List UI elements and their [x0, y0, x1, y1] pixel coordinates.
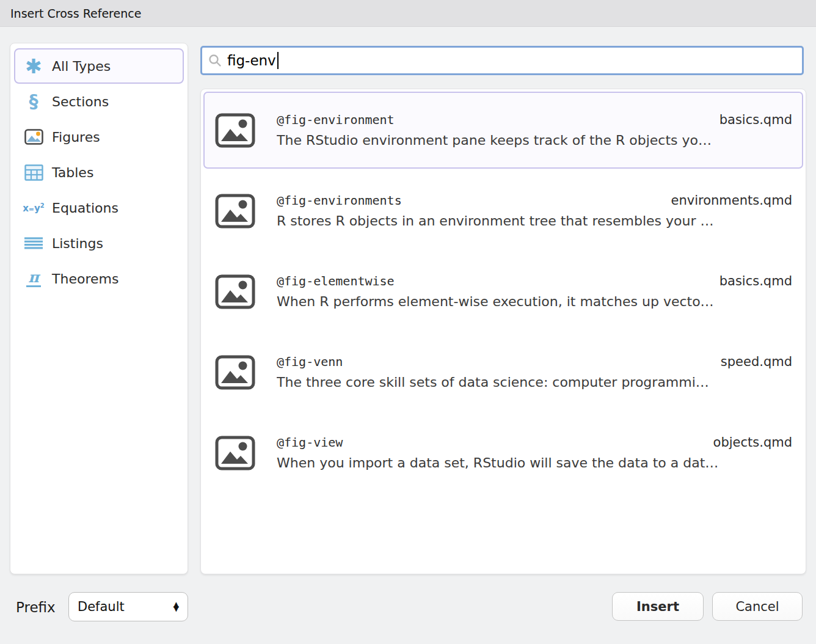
- prefix-dropdown-value: Default: [78, 599, 125, 614]
- image-icon: [214, 355, 256, 390]
- search-input[interactable]: fig-env: [200, 46, 804, 75]
- result-id: @fig-view: [277, 435, 343, 450]
- sidebar-item-label: Listings: [52, 236, 103, 251]
- sidebar-item-label: Tables: [52, 165, 93, 180]
- sidebar-item-0[interactable]: ✱ All Types: [14, 48, 184, 84]
- equation-icon: x=y2: [20, 203, 47, 213]
- type-filter-sidebar: ✱ All Types § Sections Figures Tables x=…: [10, 43, 188, 574]
- result-row-4[interactable]: @fig-view objects.qmd When you import a …: [203, 414, 803, 491]
- cross-reference-results-list: @fig-environment basics.qmd The RStudio …: [200, 89, 806, 574]
- result-id: @fig-venn: [277, 354, 343, 369]
- cancel-button[interactable]: Cancel: [712, 592, 803, 621]
- prefix-label: Prefix: [16, 599, 56, 615]
- image-icon: [214, 113, 256, 148]
- result-file: basics.qmd: [719, 112, 792, 127]
- result-id: @fig-elementwise: [277, 274, 395, 288]
- image-icon: [214, 436, 256, 470]
- sidebar-item-2[interactable]: Figures: [14, 119, 184, 155]
- figure-icon: [20, 129, 47, 145]
- result-row-0[interactable]: @fig-environment basics.qmd The RStudio …: [203, 92, 803, 169]
- text-caret: [277, 52, 279, 69]
- sidebar-item-5[interactable]: Listings: [14, 225, 184, 261]
- asterisk-icon: ✱: [20, 56, 47, 76]
- result-description: When you import a data set, RStudio will…: [277, 455, 792, 470]
- result-id: @fig-environments: [277, 193, 402, 208]
- result-file: speed.qmd: [721, 354, 792, 369]
- sidebar-item-label: Equations: [52, 200, 118, 216]
- result-description: When R performs element-wise execution, …: [277, 294, 792, 309]
- sidebar-item-6[interactable]: π Theorems: [14, 261, 184, 296]
- result-file: objects.qmd: [713, 435, 792, 450]
- image-icon: [214, 274, 256, 309]
- magnifier-icon: [208, 54, 222, 67]
- insert-button[interactable]: Insert: [612, 592, 704, 621]
- result-file: environments.qmd: [671, 193, 792, 208]
- dropdown-spinner-icon: ▲▼: [173, 602, 179, 612]
- sidebar-item-label: Sections: [52, 94, 109, 109]
- sidebar-item-label: Figures: [52, 130, 100, 145]
- theorem-icon: π: [20, 270, 47, 287]
- result-row-2[interactable]: @fig-elementwise basics.qmd When R perfo…: [203, 253, 803, 330]
- table-icon: [20, 164, 47, 181]
- sidebar-item-label: All Types: [52, 59, 111, 74]
- result-row-1[interactable]: @fig-environments environments.qmd R sto…: [203, 172, 803, 249]
- result-id: @fig-environment: [277, 112, 395, 127]
- listing-icon: [20, 236, 47, 250]
- search-query-text: fig-env: [227, 53, 276, 68]
- result-file: basics.qmd: [719, 274, 792, 288]
- sidebar-item-1[interactable]: § Sections: [14, 84, 184, 119]
- result-description: R stores R objects in an environment tre…: [277, 213, 792, 229]
- sidebar-item-3[interactable]: Tables: [14, 155, 184, 190]
- prefix-dropdown[interactable]: Default ▲▼: [68, 592, 188, 621]
- dialog-title-bar: Insert Cross Reference: [0, 0, 816, 27]
- sidebar-item-4[interactable]: x=y2 Equations: [14, 190, 184, 225]
- dialog-title: Insert Cross Reference: [10, 7, 141, 20]
- result-row-3[interactable]: @fig-venn speed.qmd The three core skill…: [203, 334, 803, 411]
- section-icon: §: [20, 92, 47, 111]
- result-description: The RStudio environment pane keeps track…: [277, 133, 792, 148]
- image-icon: [214, 194, 256, 229]
- result-description: The three core skill sets of data scienc…: [277, 375, 792, 390]
- sidebar-item-label: Theorems: [52, 271, 118, 287]
